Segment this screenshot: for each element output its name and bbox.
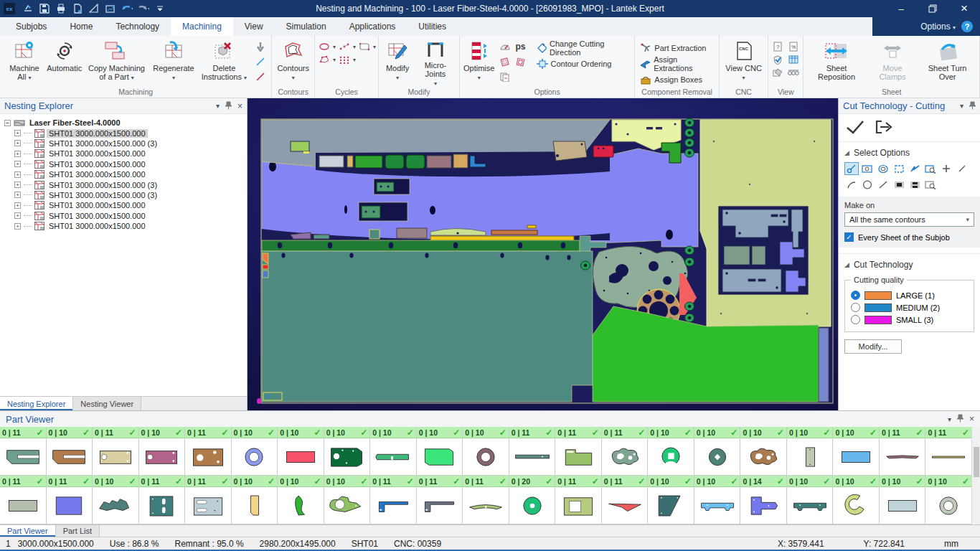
tree-expand-icon[interactable]: +	[14, 161, 21, 167]
tree-item-sheet[interactable]: +SHT01 3000.000x1500.000 (3)	[4, 190, 247, 200]
part-cell[interactable]: 0 | 10✓	[417, 427, 463, 475]
tree-item-sheet[interactable]: +SHT01 3000.000x1500.000	[4, 221, 247, 231]
regenerate-button[interactable]: Regenerate ▾	[151, 37, 196, 86]
tab-machining[interactable]: Machining	[171, 17, 233, 36]
stamp-2-icon[interactable]	[514, 55, 528, 68]
close-button[interactable]: ×	[948, 0, 980, 17]
save-icon[interactable]	[39, 3, 50, 14]
tree-item-sheet[interactable]: +SHT01 3000.000x1500.000	[4, 149, 247, 159]
part-cell[interactable]: 0 | 14✓	[740, 476, 786, 524]
tab-applications[interactable]: Applications	[338, 17, 407, 36]
tree-expand-icon[interactable]: +	[14, 192, 21, 198]
measure-icon[interactable]	[88, 3, 100, 14]
tree-item-sheet[interactable]: +SHT01 3000.000x1500.000	[4, 169, 247, 179]
pin-icon[interactable]	[225, 101, 232, 111]
part-cell[interactable]: 0 | 10✓	[694, 476, 740, 524]
view-eraser-icon[interactable]	[771, 66, 785, 79]
move-clamps-button[interactable]: Move Clamps	[867, 37, 918, 86]
part-cell[interactable]: 0 | 10✓	[833, 427, 879, 475]
tree-item-sheet[interactable]: +SHT01 3000.000x1500.000	[4, 200, 247, 210]
part-cell[interactable]: 0 | 11✓	[602, 427, 648, 475]
part-cell[interactable]: 0 | 11✓	[185, 476, 231, 524]
exit-icon[interactable]	[875, 120, 893, 136]
part-cell[interactable]: 0 | 11✓	[417, 476, 463, 524]
tree-expand-icon[interactable]: +	[14, 130, 21, 136]
slash-icon[interactable]	[955, 162, 969, 175]
assign-boxes-button[interactable]: Assign Boxes	[637, 72, 705, 88]
cutting-quality-option[interactable]: LARGE (1)	[851, 289, 968, 301]
contours-button[interactable]: Contours▾	[274, 37, 312, 86]
line-select-icon[interactable]	[876, 178, 890, 191]
tree-expand-icon[interactable]: +	[14, 223, 21, 230]
tree-expand-icon[interactable]: +	[14, 151, 21, 157]
redo-icon[interactable]	[138, 3, 149, 14]
machine-all-button[interactable]: Machine All ▾	[2, 37, 47, 86]
red-line-icon[interactable]	[253, 70, 268, 83]
circle-select-icon[interactable]	[860, 178, 875, 191]
part-cell[interactable]: 0 | 10✓	[787, 476, 833, 524]
view-help-doc-icon[interactable]: ?	[771, 40, 785, 53]
tab-technology[interactable]: Technology	[104, 17, 171, 36]
cycle-ellipse-icon[interactable]	[317, 40, 331, 53]
small-green-part[interactable]	[291, 141, 309, 151]
view-cnc-button[interactable]: CNC View CNC ▾	[722, 37, 765, 86]
tree-item-sheet[interactable]: +SHT01 3000.000x1500.000	[4, 159, 247, 169]
copy-pages-icon[interactable]	[498, 70, 512, 83]
tab-part-viewer[interactable]: Part Viewer	[0, 525, 56, 537]
inner-remnant-panel[interactable]	[722, 209, 806, 292]
restore-button[interactable]	[917, 0, 948, 17]
tab-view[interactable]: View	[233, 17, 275, 36]
delete-instructions-button[interactable]: Delete Instructions ▾	[196, 37, 252, 86]
print-icon[interactable]	[55, 3, 67, 14]
part-cell[interactable]: 0 | 11✓	[880, 427, 925, 475]
undo-icon[interactable]	[121, 3, 133, 14]
tree-item-sheet[interactable]: +SHT01 3000.000x1500.000	[4, 211, 247, 221]
tab-part-list[interactable]: Part List	[56, 525, 100, 537]
quality-radio[interactable]	[851, 315, 860, 324]
cutting-quality-option[interactable]: MEDIUM (2)	[851, 301, 968, 314]
close-panel-icon[interactable]: ×	[969, 414, 974, 424]
tab-home[interactable]: Home	[58, 17, 104, 36]
part-cell[interactable]: 0 | 11✓	[185, 427, 231, 475]
tree-item-sheet[interactable]: +SHT01 3000.000x1500.000 (3)	[4, 179, 247, 189]
automatic-button[interactable]: Automatic	[47, 37, 83, 86]
panel-dropdown-icon[interactable]: ▾	[948, 415, 951, 423]
change-cutting-direction-button[interactable]: Change Cutting Direction	[534, 40, 633, 56]
tree-expand-icon[interactable]: +	[14, 202, 21, 209]
part-grid-scrollbar[interactable]	[971, 427, 980, 525]
help-icon[interactable]: ?	[961, 21, 973, 32]
teal-plate-part[interactable]	[262, 251, 593, 402]
tree-item-sheet[interactable]: +SHT01 3000.000x1500.000	[4, 128, 247, 138]
cutting-quality-option[interactable]: SMALL (3)	[851, 314, 968, 326]
part-cell[interactable]: 0 | 10✓	[139, 427, 185, 475]
quality-radio[interactable]	[851, 303, 860, 312]
contour-select-icon[interactable]	[876, 162, 890, 175]
part-cell[interactable]: 0 | 10✓	[648, 476, 694, 524]
close-panel-icon[interactable]: ×	[237, 101, 242, 111]
part-cell[interactable]: 0 | 10✓	[47, 427, 93, 475]
pick-point-icon[interactable]	[844, 162, 859, 175]
optimise-button[interactable]: Optimise▾	[462, 37, 496, 86]
part-cell[interactable]: 0 | 10✓	[740, 427, 786, 475]
every-sheet-checkbox[interactable]: ✓	[844, 232, 854, 242]
minimize-button[interactable]: –	[885, 0, 917, 17]
tab-simulation[interactable]: Simulation	[275, 17, 338, 36]
view-script-doc-icon[interactable]: %	[786, 40, 801, 53]
ps-icon[interactable]: ps	[514, 40, 528, 53]
cycle-grid-icon[interactable]	[337, 53, 352, 66]
add-icon[interactable]	[939, 162, 953, 175]
part-cell[interactable]: 0 | 10✓	[232, 427, 278, 475]
part-cell[interactable]: 0 | 11✓	[463, 476, 509, 524]
part-cell[interactable]: 0 | 10✓	[925, 476, 971, 524]
part-cell[interactable]: 0 | 10✓	[93, 476, 138, 524]
part-cell[interactable]: 0 | 10✓	[833, 476, 879, 524]
tree-expand-icon[interactable]: +	[14, 171, 21, 178]
arrow-down-icon[interactable]	[253, 40, 268, 53]
tree-item-sheet[interactable]: +SHT01 3000.000x1500.000 (3)	[4, 138, 247, 149]
part-cell[interactable]: 0 | 20✓	[509, 476, 555, 524]
part-cell[interactable]: 0 | 11✓	[93, 427, 138, 475]
panel-dropdown-icon[interactable]: ▾	[216, 102, 220, 110]
view-clamps-icon[interactable]	[786, 66, 801, 79]
tab-utilities[interactable]: Utilities	[407, 17, 458, 36]
view-table-icon[interactable]	[786, 53, 801, 66]
